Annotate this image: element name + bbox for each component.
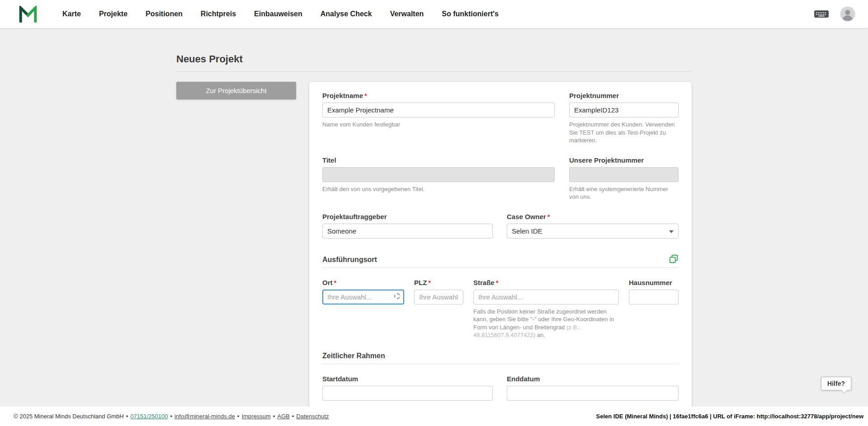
projektnummer-input[interactable] (569, 103, 679, 117)
projektnummer-help: Projektnummer des Kunden. Verwenden Sie … (569, 121, 679, 145)
case-owner-select[interactable]: Selen IDE (507, 224, 679, 239)
zeitlicher-rahmen-heading: Zeitlicher Rahmen (322, 352, 385, 360)
titel-input (322, 167, 555, 182)
user-avatar[interactable] (840, 6, 855, 22)
projektname-input[interactable] (322, 103, 555, 117)
zur-projektuebersicht-button[interactable]: Zur Projektübersicht (176, 82, 296, 99)
nav-menu: Karte Projekte Positionen Richtpreis Ein… (62, 10, 814, 18)
nav-item-richtpreis[interactable]: Richtpreis (201, 10, 236, 18)
footer-email-link[interactable]: info@mineral-minds.de (175, 413, 235, 420)
strasse-input[interactable] (473, 290, 619, 304)
strasse-label: Straße* (473, 279, 619, 286)
startdatum-input[interactable] (322, 386, 493, 401)
chevron-down-icon (669, 230, 674, 233)
unsere-projektnummer-label: Unsere Projektnummer (569, 156, 679, 164)
nav-item-analyse-check[interactable]: Analyse Check (321, 10, 372, 18)
page-title: Neues Projekt (176, 53, 692, 71)
ausfuehrungsort-heading: Ausführungsort (322, 256, 377, 264)
footer: © 2025 Mineral Minds Deutschland GmbH • … (0, 407, 868, 426)
nav-item-so-funktionierts[interactable]: So funktioniert's (442, 10, 499, 18)
footer-copyright: © 2025 Mineral Minds Deutschland GmbH (14, 413, 124, 420)
strasse-help: Falls die Position keiner Straße zugeord… (473, 308, 619, 339)
titel-label: Titel (322, 156, 555, 164)
projektauftraggeber-input[interactable] (322, 224, 493, 239)
hausnummer-input[interactable] (629, 290, 679, 304)
footer-user-name: Selen IDE (596, 413, 623, 420)
form-row-name-number: Projektname* Name vom Kunden festlegbar … (322, 92, 679, 145)
date-fields-row: Startdatum Enddatum (322, 375, 679, 401)
top-navbar: Karte Projekte Positionen Richtpreis Ein… (0, 0, 868, 28)
startdatum-label: Startdatum (322, 375, 493, 383)
footer-phone-link[interactable]: 07151/250100 (130, 413, 168, 420)
projektname-help: Name vom Kunden festlegbar (322, 121, 555, 129)
nav-item-positionen[interactable]: Positionen (146, 10, 183, 18)
location-fields-row: Ort* PLZ* Straße* (322, 279, 679, 339)
footer-session-info: Selen IDE (Mineral Minds) | 16fae1ffc6a6… (596, 413, 863, 420)
footer-datenschutz-link[interactable]: Datenschutz (296, 413, 329, 420)
plz-input[interactable] (414, 290, 463, 304)
hausnummer-label: Hausnummer (629, 279, 679, 286)
title-divider (176, 71, 692, 72)
nav-item-projekte[interactable]: Projekte (99, 10, 127, 18)
footer-separator: • (237, 413, 240, 420)
footer-separator: • (273, 413, 275, 420)
footer-separator: • (292, 413, 294, 420)
mineral-minds-logo-icon (19, 6, 37, 23)
nav-item-verwalten[interactable]: Verwalten (390, 10, 424, 18)
plz-label: PLZ* (414, 279, 463, 286)
unsere-projektnummer-help: Erhält eine systemgenerierte Nummer von … (569, 185, 679, 201)
nav-item-einbauweisen[interactable]: Einbauweisen (254, 10, 302, 18)
zeitlicher-rahmen-section-header: Zeitlicher Rahmen (322, 352, 679, 364)
enddatum-label: Enddatum (507, 375, 679, 383)
footer-impressum-link[interactable]: Impressum (241, 413, 270, 420)
footer-agb-link[interactable]: AGB (277, 413, 289, 420)
navbar-actions (814, 6, 855, 22)
case-owner-value: Selen IDE (512, 227, 542, 235)
required-asterisk: * (496, 279, 499, 286)
hilfe-button[interactable]: Hilfe? (821, 377, 851, 390)
projektnummer-label: Projektnummer (569, 92, 679, 99)
enddatum-input[interactable] (507, 386, 679, 401)
ausfuehrungsort-section-header: Ausführungsort (322, 254, 679, 268)
required-asterisk: * (428, 279, 431, 286)
required-asterisk: * (547, 213, 550, 220)
form-row-titel-number: Titel Erhält den von uns vorgegebenen Ti… (322, 156, 679, 201)
main-content: Neues Projekt Zur Projektübersicht Proje… (0, 28, 868, 407)
footer-left: © 2025 Mineral Minds Deutschland GmbH • … (14, 413, 329, 420)
case-owner-label: Case Owner* (507, 213, 679, 220)
required-asterisk: * (334, 279, 337, 286)
footer-separator: • (126, 413, 128, 420)
titel-help: Erhält den von uns vorgegebenen Titel. (322, 185, 555, 193)
user-avatar-icon (840, 6, 855, 22)
projektname-label: Projektname* (322, 92, 555, 99)
ort-label: Ort* (322, 279, 404, 286)
copy-icon[interactable] (669, 254, 679, 264)
ort-input[interactable] (322, 290, 404, 304)
keyboard-icon[interactable] (814, 9, 829, 19)
nav-item-karte[interactable]: Karte (62, 10, 81, 18)
footer-session-details: (Mineral Minds) | 16fae1ffc6a6 | URL of … (623, 413, 863, 420)
brand-logo[interactable] (19, 6, 37, 23)
required-asterisk: * (364, 92, 367, 99)
projektauftraggeber-label: Projektauftraggeber (322, 213, 493, 220)
form-row-auftraggeber-owner: Projektauftraggeber Case Owner* Selen ID… (322, 213, 679, 239)
unsere-projektnummer-input (569, 167, 679, 182)
footer-separator: • (170, 413, 172, 420)
project-form-card: Projektname* Name vom Kunden festlegbar … (309, 82, 692, 407)
